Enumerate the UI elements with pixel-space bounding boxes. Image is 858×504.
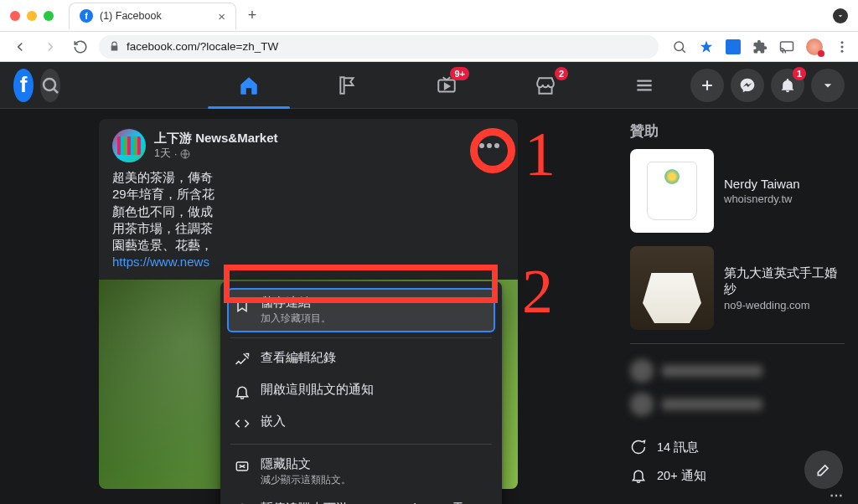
- right-rail: 贊助 Nerdy Taiwanwhoisnerdy.tw 第九大道英式手工婚紗n…: [623, 109, 858, 490]
- post-author-name[interactable]: 上下游 News&Market: [154, 131, 278, 147]
- globe-icon: [180, 149, 190, 159]
- post-meta: 上下游 News&Market 1天 ·: [154, 131, 278, 161]
- post-body: 超美的茶湯，傳奇 29年培育，所含花 顏色也不同，做成 用茶市場，往調茶 園藝造…: [99, 166, 518, 280]
- marketplace-tab[interactable]: 2: [499, 62, 592, 109]
- profile-avatar-icon[interactable]: [806, 39, 823, 55]
- kebab-menu-icon[interactable]: [835, 39, 850, 54]
- close-tab-button[interactable]: ×: [218, 9, 225, 23]
- profile-pill[interactable]: [833, 8, 848, 23]
- facebook-top-nav: f 9+ 2 1: [0, 62, 858, 109]
- maximize-window-button[interactable]: [44, 11, 54, 21]
- url-field[interactable]: facebook.com/?locale=zh_TW: [99, 35, 659, 59]
- post-options-menu: 儲存連結加入珍藏項目。 查看編輯紀錄 開啟這則貼文的通知 嵌入 隱藏貼文減少顯示…: [220, 281, 502, 504]
- search-button[interactable]: [40, 69, 60, 102]
- menu-turn-on-notifications[interactable]: 開啟這則貼文的通知: [227, 375, 495, 407]
- content-area: 上下游 News&Market 1天 · 超美的茶湯，傳奇 29年培育，所含花 …: [0, 109, 858, 504]
- post-more-button[interactable]: [474, 131, 504, 161]
- svg-rect-6: [340, 77, 344, 94]
- back-button[interactable]: [8, 35, 32, 59]
- tab-title: (1) Facebook: [100, 10, 162, 22]
- notifications-button[interactable]: 1: [771, 69, 804, 102]
- facebook-logo[interactable]: f: [13, 69, 34, 102]
- post-timestamp[interactable]: 1天 ·: [154, 147, 278, 161]
- browser-address-bar: facebook.com/?locale=zh_TW: [0, 32, 858, 62]
- menu-separator: [230, 444, 492, 445]
- svg-point-9: [479, 143, 484, 148]
- svg-point-0: [675, 42, 684, 51]
- menu-edit-history[interactable]: 查看編輯紀錄: [227, 343, 495, 375]
- sponsor-image: [630, 246, 714, 330]
- menu-separator: [230, 337, 492, 338]
- home-tab[interactable]: [203, 62, 295, 109]
- svg-point-4: [841, 49, 844, 52]
- rail-separator: [630, 343, 845, 344]
- menu-save-link[interactable]: 儲存連結加入珍藏項目。: [227, 288, 495, 332]
- cast-icon[interactable]: [779, 39, 794, 54]
- post-link[interactable]: https://www.news: [112, 255, 209, 269]
- code-icon: [234, 415, 251, 432]
- new-tab-button[interactable]: +: [241, 5, 263, 27]
- svg-point-10: [487, 143, 492, 148]
- watch-tab[interactable]: 9+: [401, 62, 493, 109]
- svg-point-3: [841, 45, 844, 48]
- svg-point-11: [494, 143, 499, 148]
- svg-rect-1: [781, 42, 793, 51]
- sponsored-item[interactable]: Nerdy Taiwanwhoisnerdy.tw: [630, 149, 845, 233]
- pages-tab[interactable]: [302, 62, 394, 109]
- extension-icons: [672, 39, 850, 55]
- url-text: facebook.com/?locale=zh_TW: [127, 40, 278, 53]
- download-ext-icon[interactable]: [726, 39, 741, 54]
- sponsor-image: [630, 149, 714, 233]
- bell-icon: [234, 383, 251, 400]
- history-icon: [234, 352, 251, 368]
- hamburger-tab[interactable]: [598, 62, 690, 109]
- contact-row-blurred[interactable]: [630, 354, 845, 388]
- post-author-avatar[interactable]: [112, 129, 146, 162]
- watch-badge: 9+: [450, 67, 469, 80]
- forward-button[interactable]: [39, 35, 62, 59]
- reload-button[interactable]: [69, 35, 92, 59]
- browser-tab-strip: f (1) Facebook × +: [0, 0, 858, 32]
- marketplace-badge: 2: [555, 67, 568, 80]
- menu-hide-post[interactable]: 隱藏貼文減少顯示這類貼文。: [227, 450, 495, 494]
- extensions-icon[interactable]: [752, 39, 768, 54]
- notif-badge: 1: [793, 67, 806, 80]
- create-button[interactable]: [690, 69, 724, 102]
- compose-fab[interactable]: [804, 450, 843, 489]
- close-window-button[interactable]: [10, 11, 20, 21]
- rail-more-button[interactable]: ⋯: [830, 487, 845, 503]
- minimize-window-button[interactable]: [27, 11, 37, 21]
- zoom-icon[interactable]: [672, 39, 687, 54]
- bookmark-star-icon[interactable]: [699, 39, 714, 54]
- svg-point-2: [841, 41, 844, 44]
- sponsored-item[interactable]: 第九大道英式手工婚紗no9-wedding.com: [630, 246, 845, 330]
- sponsored-heading: 贊助: [630, 122, 845, 141]
- post-header: 上下游 News&Market 1天 ·: [99, 119, 518, 166]
- bookmark-icon: [234, 296, 251, 313]
- menu-snooze[interactable]: 暫停追蹤上下游 News&Market 30 天暫停顯示貼文。: [227, 494, 495, 504]
- lock-icon: [109, 41, 120, 52]
- right-buttons: 1: [690, 69, 845, 102]
- messenger-button[interactable]: [731, 69, 764, 102]
- window-controls: [10, 11, 54, 21]
- center-tabs: 9+ 2: [203, 62, 690, 109]
- contact-row-blurred[interactable]: [630, 388, 845, 421]
- tab-favicon: f: [80, 9, 93, 23]
- svg-point-5: [44, 79, 55, 90]
- account-menu-button[interactable]: [811, 69, 845, 102]
- hide-icon: [234, 458, 251, 475]
- browser-tab[interactable]: f (1) Facebook ×: [69, 3, 236, 29]
- menu-embed[interactable]: 嵌入: [227, 407, 495, 439]
